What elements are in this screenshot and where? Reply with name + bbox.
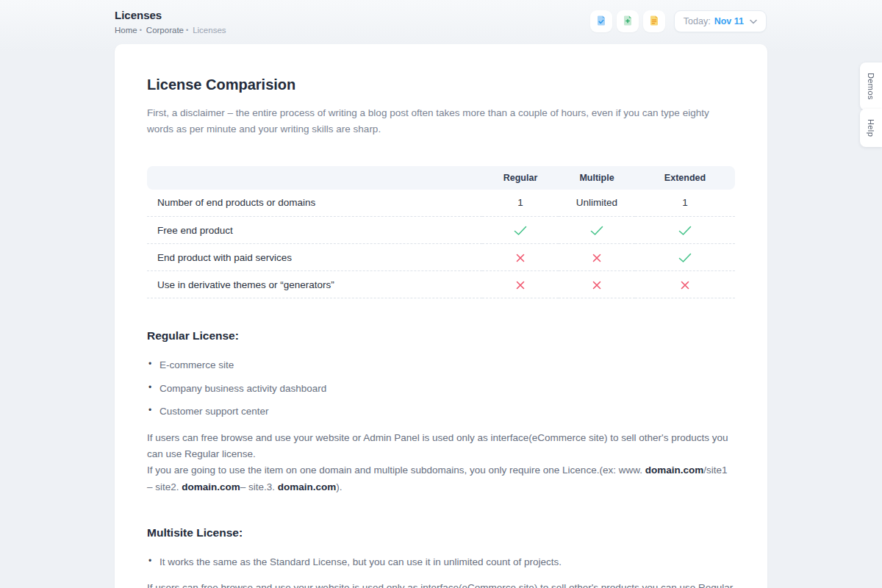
check-icon: [678, 226, 692, 236]
row-value-cell: [559, 271, 635, 298]
help-tab[interactable]: Help: [860, 109, 882, 147]
check-icon: [590, 226, 603, 236]
section-paragraph: If users can free browse and use your we…: [147, 430, 735, 495]
breadcrumb-item[interactable]: Corporate: [146, 26, 184, 35]
table-header-row: RegularMultipleExtended: [147, 166, 735, 190]
file-lines-icon: [648, 15, 660, 29]
row-label: Free end product: [147, 217, 482, 244]
row-value-cell: Unlimited: [559, 190, 635, 217]
breadcrumb-item: Licenses: [193, 26, 226, 35]
row-value-cell: [482, 271, 559, 298]
breadcrumb-separator: •: [140, 27, 142, 34]
row-value-cell: [635, 271, 735, 298]
table-header-empty-cell: [147, 166, 482, 190]
table-body: Number of end products or domains1Unlimi…: [147, 190, 735, 298]
file-plus-button[interactable]: [617, 10, 639, 32]
row-value-cell: [482, 217, 559, 244]
date-label: Today:: [684, 16, 711, 26]
list-item: Customer support center: [147, 404, 735, 420]
check-icon: [678, 253, 692, 263]
file-lines-button[interactable]: [643, 10, 665, 32]
list-item: Company business activity dashboard: [147, 381, 735, 397]
row-value-cell: 1: [635, 190, 735, 217]
license-section-heading: Multisite License:: [147, 526, 735, 539]
row-value-cell: [559, 244, 635, 271]
section-title: License Comparision: [147, 76, 735, 93]
cross-icon: [592, 254, 601, 262]
demos-tab[interactable]: Demos: [860, 62, 882, 110]
license-comparison-table: RegularMultipleExtended Number of end pr…: [147, 166, 735, 299]
date-picker[interactable]: Today: Nov 11: [674, 10, 767, 32]
content-card: License Comparision First, a disclaimer …: [115, 44, 767, 588]
page-title: Licenses: [115, 9, 226, 21]
cross-icon: [516, 281, 525, 290]
file-check-button[interactable]: [590, 10, 612, 32]
table-column-header: Extended: [635, 166, 735, 190]
table-column-header: Multiple: [559, 166, 635, 190]
table-row: End product with paid services: [147, 244, 735, 271]
license-section-heading: Regular License:: [147, 329, 735, 343]
table-row: Free end product: [147, 217, 735, 244]
section-paragraph: If users can free browse and use your we…: [147, 580, 735, 588]
row-label: Number of end products or domains: [147, 190, 482, 217]
breadcrumb-separator: •: [186, 27, 188, 34]
disclaimer-text: First, a disclaimer – the entire process…: [147, 105, 735, 138]
file-plus-icon: [622, 15, 634, 29]
table-column-header: Regular: [482, 166, 559, 190]
row-value-cell: [635, 244, 735, 271]
license-sections: Regular License:E-commerce siteCompany b…: [147, 329, 735, 588]
bullet-list: E-commerce siteCompany business activity…: [147, 357, 735, 420]
breadcrumb-item[interactable]: Home: [115, 26, 137, 35]
file-check-icon: [595, 15, 607, 29]
row-value-cell: [482, 244, 559, 271]
bullet-list: It works the same as the Standard Licens…: [147, 554, 735, 570]
table-row: Number of end products or domains1Unlimi…: [147, 190, 735, 217]
list-item: E-commerce site: [147, 357, 735, 373]
breadcrumb: Home•Corporate•Licenses: [115, 26, 226, 35]
row-label: End product with paid services: [147, 244, 482, 271]
table-row: Use in derivative themes or “generators”: [147, 271, 735, 298]
cross-icon: [516, 254, 525, 262]
row-value-cell: [635, 217, 735, 244]
chevron-down-icon: [750, 19, 757, 24]
row-value-cell: [559, 217, 635, 244]
check-icon: [514, 226, 527, 236]
top-header-bar: Licenses Home•Corporate•Licenses: [0, 0, 882, 44]
cross-icon: [681, 281, 689, 290]
row-value-cell: 1: [482, 190, 559, 217]
row-label: Use in derivative themes or “generators”: [147, 271, 482, 298]
date-value: Nov 11: [714, 16, 744, 26]
list-item: It works the same as the Standard Licens…: [147, 554, 735, 570]
cross-icon: [592, 281, 601, 290]
